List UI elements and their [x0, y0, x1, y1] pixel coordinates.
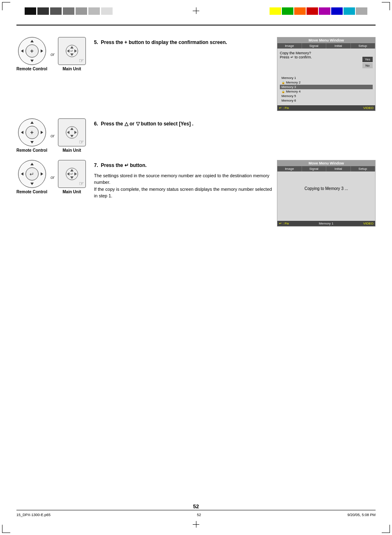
unit-arrow-left: [67, 49, 69, 53]
finger-icon-6: ☞: [79, 139, 84, 145]
memory-2: Memory 2: [280, 80, 373, 85]
remote-inner-7: ↵: [25, 167, 39, 181]
black-block: [50, 7, 62, 15]
screen-menu-7: Image Signal Initial Setup: [277, 166, 375, 171]
main-unit-fig-6: ☞: [58, 118, 86, 146]
memory-list-5: Memory 1 Memory 2 Memory 3 Memory 4 Memo…: [280, 76, 373, 103]
memory-3: Memory 3: [280, 85, 373, 89]
main-unit-inner-6: [66, 126, 78, 139]
copying-text: Copying to Memory 3 ...: [280, 186, 373, 191]
u-arrow-left-6: [67, 131, 69, 134]
crosshair-bottom: [193, 521, 199, 528]
or-text-6: or: [51, 133, 55, 138]
u-arrow-right-6: [74, 131, 77, 134]
arrow-up-7: [30, 163, 34, 165]
main-unit-fig-7: ↵ ☞: [58, 160, 86, 188]
main-content: + Remote Control or: [16, 33, 376, 502]
footer-memory-7: Memory 1: [319, 222, 334, 225]
black-bar: [25, 7, 113, 15]
color-block: [307, 7, 318, 15]
memory-4: Memory 4: [280, 89, 373, 94]
crosshair-top: [193, 7, 199, 14]
main-unit-label-step5: Main Unit: [62, 67, 81, 71]
footer-video-7: VIDEO: [363, 222, 374, 225]
arrow-up-icon: [30, 40, 34, 42]
u-arrow-up-7: [70, 169, 74, 171]
menu-signal-5: Signal: [302, 43, 327, 49]
unit-arrow-up: [70, 46, 74, 49]
remote-label-7: Remote Control: [16, 190, 47, 194]
main-unit-label-6: Main Unit: [62, 148, 81, 153]
color-block: [356, 7, 367, 15]
remote-control-step6: + Remote Control: [16, 118, 47, 153]
arrow-left-icon: [21, 49, 23, 53]
or-text-step5: or: [51, 52, 55, 57]
main-unit-step6: ☞ Main Unit: [58, 118, 86, 153]
color-bar: [270, 7, 367, 15]
menu-image-7: Image: [277, 166, 302, 171]
section-step7: ↵ Remote Control or: [16, 160, 376, 227]
instruction-step7: 7. Press the ↵ button. The settings stor…: [86, 160, 273, 199]
top-rule: [16, 25, 376, 25]
black-block: [37, 7, 49, 15]
footer-video-5: VIDEO: [363, 106, 374, 110]
arrow-down-7: [30, 183, 34, 185]
unit-arrow-down: [70, 53, 74, 56]
step-number-5: 5.: [94, 39, 98, 45]
memory-5: Memory 5: [280, 94, 373, 98]
screen-body-5: Copy the Memory?Press ↵ to confirm. Yes …: [277, 49, 375, 105]
arrow-right-icon: [41, 49, 43, 53]
or-text-7: or: [51, 175, 55, 180]
menu-signal-7: Signal: [302, 166, 327, 171]
corner-bl: [2, 525, 10, 533]
corner-tl: [2, 2, 10, 10]
controls-step6: + Remote Control or: [16, 118, 86, 153]
footer-left: 15_DPX-1300-E.p65: [16, 513, 51, 517]
remote-dial-7: ↵: [18, 160, 46, 188]
u-arrow-left-7: [67, 172, 69, 176]
menu-setup-7: Setup: [351, 166, 376, 171]
finger-icon-7: ☞: [79, 180, 84, 187]
unit-arrows-7: [66, 168, 78, 180]
arrow-right-6: [41, 131, 43, 134]
remote-control-step7: ↵ Remote Control: [16, 160, 47, 194]
menu-setup-5: Setup: [351, 43, 376, 49]
color-block: [294, 7, 306, 15]
step-number-7: 7.: [94, 162, 98, 168]
step-number-6: 6.: [94, 121, 98, 127]
instruction-step6: 6. Press the △ or ▽ button to select [Ye…: [86, 118, 376, 127]
finger-icon: ☞: [79, 57, 84, 64]
footer-fix-7: ↵ : Fix: [279, 222, 289, 225]
menu-initial-7: Initial: [326, 166, 351, 171]
color-block: [344, 7, 355, 15]
yes-no-btns: Yes No: [362, 57, 373, 68]
arrow-down-6: [30, 141, 34, 144]
corner-tr: [382, 2, 390, 10]
bottom-rule: [16, 510, 376, 510]
section-step6: + Remote Control or: [16, 118, 376, 153]
screen-menu-5: Image Signal Initial Setup: [277, 43, 375, 49]
footer-center: 52: [197, 513, 201, 517]
remote-inner-6: +: [25, 126, 39, 139]
yes-btn: Yes: [362, 57, 373, 62]
arrow-left-7: [21, 172, 23, 176]
step-text-7: Press the ↵ button.: [99, 162, 147, 168]
screen-title-5: Move Menu Window: [277, 37, 375, 43]
u-arrow-up-6: [70, 127, 74, 130]
remote-control-dial: +: [18, 37, 46, 65]
footer-fix-5: ↵ : Fix: [279, 106, 289, 110]
black-block: [76, 7, 87, 15]
black-block: [88, 7, 100, 15]
u-arrow-down-7: [70, 176, 74, 179]
instruction-step5: 5. Press the + button to display the con…: [86, 37, 273, 46]
main-unit-label-7: Main Unit: [62, 190, 81, 194]
step-text-5: Press the + button to display the confir…: [99, 39, 227, 45]
screen-step5: Move Menu Window Image Signal Initial Se…: [277, 37, 376, 111]
black-block: [101, 7, 113, 15]
screen-footer-5: ↵ : Fix VIDEO: [277, 105, 375, 111]
main-unit-fig-step5: ↵ ☞: [58, 37, 86, 65]
screen-step7: Move Menu Window Image Signal Initial Se…: [277, 160, 376, 227]
memory-1: Memory 1: [280, 76, 373, 80]
arrow-left-6: [21, 131, 23, 134]
main-unit-step7: ↵ ☞ Main Unit: [58, 160, 86, 194]
